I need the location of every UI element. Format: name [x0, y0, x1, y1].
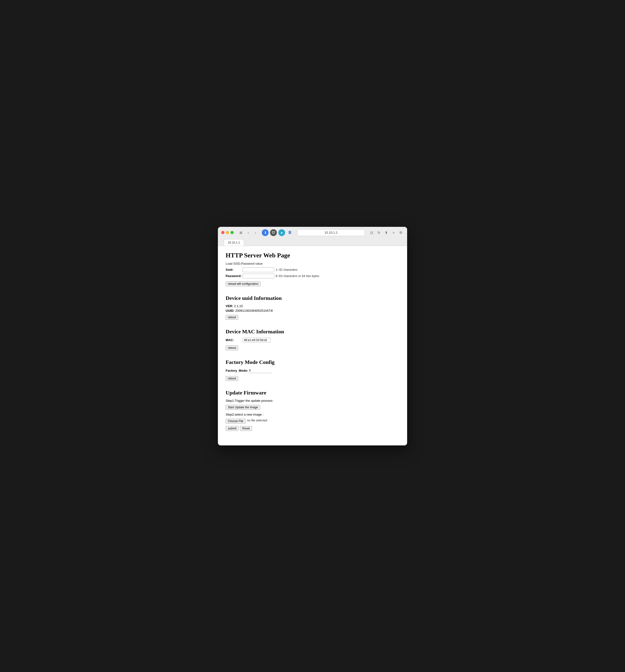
uuid-value: 20091130246405251h574l	[235, 309, 273, 312]
tab-label: 10.10.1.1	[228, 241, 240, 244]
password-label: Password:	[226, 274, 243, 278]
factory-mode-input[interactable]	[248, 368, 272, 373]
firmware-section: Update Firmware Step1:Trigger the update…	[226, 390, 399, 431]
address-bar[interactable]: 10.10.1.1	[297, 229, 365, 236]
step2-text: Step2:select a new image :	[226, 413, 399, 416]
refresh-icon[interactable]: ↻	[376, 230, 382, 236]
password-hint: 8~63 characters or 64 hex bytes.	[275, 274, 320, 278]
factory-section: Factory Mode Config Factory_Mode: reboot	[226, 359, 399, 381]
page-main-title: HTTP Server Web Page	[226, 252, 399, 259]
shield-icon: 🛡	[270, 229, 277, 236]
tab-bar: 10.10.1.1	[221, 238, 404, 246]
mac-row: MAC:	[226, 338, 399, 342]
factory-heading: Factory Mode Config	[226, 359, 399, 365]
device-uuid-heading: Device uuid Information	[226, 295, 399, 301]
wifi-subtitle: Load SSID,Password value	[226, 262, 399, 265]
uuid-reboot-button[interactable]: reboot	[226, 315, 238, 320]
ver-row: VER: 2.1.15	[226, 304, 399, 308]
toolbar-icons: ℹ 🛡 ● B	[262, 229, 293, 236]
password-row: Password: 8~63 characters or 64 hex byte…	[226, 274, 399, 279]
screen-share-icon[interactable]: ⊡	[369, 230, 375, 236]
device-mac-section: Device MAC Information MAC: reboot	[226, 329, 399, 350]
factory-reboot-button[interactable]: reboot	[226, 376, 238, 381]
active-tab[interactable]: 10.10.1.1	[224, 239, 244, 246]
mac-input[interactable]	[243, 338, 270, 342]
reset-button[interactable]: Reset	[240, 426, 252, 431]
bookmark-icon: B	[287, 229, 293, 236]
uuid-label: UUID:	[226, 309, 234, 312]
ver-value: 2.1.15	[234, 304, 243, 308]
tabs-icon[interactable]: ⧉	[398, 230, 404, 236]
close-button[interactable]	[221, 231, 224, 234]
maximize-button[interactable]	[231, 231, 234, 234]
ssid-input[interactable]	[243, 267, 274, 272]
factory-mode-label: Factory_Mode:	[226, 369, 248, 373]
minimize-button[interactable]	[226, 231, 229, 234]
page-content: HTTP Server Web Page Load SSID,Password …	[218, 246, 407, 446]
url-text: 10.10.1.1	[324, 231, 337, 234]
wifi-section: HTTP Server Web Page Load SSID,Password …	[226, 252, 399, 286]
ver-label: VER:	[226, 304, 233, 308]
firmware-heading: Update Firmware	[226, 390, 399, 396]
traffic-lights	[221, 231, 234, 234]
privacy-icon: ℹ	[262, 229, 269, 236]
right-icons: ⊡ ↻ ⬆ + ⧉	[369, 230, 404, 236]
uuid-row: UUID: 20091130246405251h574l	[226, 309, 399, 312]
device-mac-heading: Device MAC Information	[226, 329, 399, 335]
start-update-button[interactable]: Start Update the Image	[226, 405, 260, 410]
nav-buttons: ⊞ ‹ ›	[238, 229, 259, 236]
browser-chrome: ⊞ ‹ › ℹ 🛡 ● B 10.10.1.1 ⊡ ↻ ⬆ + ⧉	[218, 227, 407, 246]
ssid-hint: 1~32 characters	[275, 268, 297, 271]
browser-window: ⊞ ‹ › ℹ 🛡 ● B 10.10.1.1 ⊡ ↻ ⬆ + ⧉	[218, 227, 407, 446]
ssid-row: Ssid: 1~32 characters	[226, 267, 399, 272]
forward-button[interactable]: ›	[252, 229, 259, 236]
choose-file-button[interactable]: Choose File	[226, 419, 245, 424]
back-button[interactable]: ‹	[245, 229, 251, 236]
submit-reset-row: submit Reset	[226, 425, 399, 431]
new-tab-icon[interactable]: +	[391, 230, 396, 236]
factory-mode-row: Factory_Mode:	[226, 368, 399, 373]
mac-reboot-button[interactable]: reboot	[226, 345, 238, 350]
mac-label: MAC:	[226, 338, 243, 342]
brave-icon: ●	[278, 229, 285, 236]
no-file-text: no file selected	[247, 419, 267, 422]
share-icon[interactable]: ⬆	[383, 230, 389, 236]
sidebar-toggle-button[interactable]: ⊞	[238, 229, 244, 236]
submit-button[interactable]: submit	[226, 426, 239, 431]
password-input[interactable]	[243, 274, 274, 279]
file-row: Choose File no file selected	[226, 417, 399, 424]
reload-wifi-button[interactable]: reload wifi configuration	[226, 282, 261, 286]
ssid-label: Ssid:	[226, 268, 243, 271]
title-bar: ⊞ ‹ › ℹ 🛡 ● B 10.10.1.1 ⊡ ↻ ⬆ + ⧉	[221, 229, 404, 236]
step1-text: Step1:Trigger the update process:	[226, 399, 399, 403]
device-uuid-section: Device uuid Information VER: 2.1.15 UUID…	[226, 295, 399, 320]
